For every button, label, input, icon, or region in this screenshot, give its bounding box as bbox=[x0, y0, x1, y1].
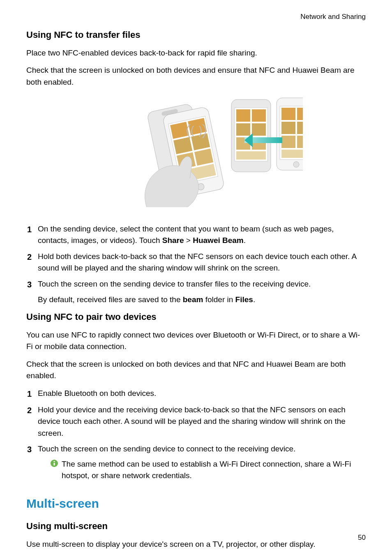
step-item: 1 On the sending device, select the cont… bbox=[26, 223, 366, 247]
page-number: 50 bbox=[358, 532, 366, 543]
svg-rect-20 bbox=[236, 151, 266, 160]
svg-rect-26 bbox=[297, 122, 303, 134]
info-note: The same method can be used to establish… bbox=[38, 458, 366, 482]
svg-rect-24 bbox=[297, 108, 303, 120]
step-item: 3 Touch the screen on the sending device… bbox=[26, 278, 366, 306]
svg-rect-28 bbox=[297, 136, 303, 148]
step-number: 2 bbox=[26, 404, 38, 439]
steps-list-transfer: 1 On the sending device, select the cont… bbox=[26, 223, 366, 306]
step-number: 3 bbox=[26, 443, 38, 482]
step-item: 1 Enable Bluetooth on both devices. bbox=[26, 388, 366, 400]
step-text: Hold both devices back-to-back so that t… bbox=[38, 251, 366, 274]
nfc-illustration bbox=[26, 96, 366, 211]
step-item: 3 Touch the screen on the sending device… bbox=[26, 443, 366, 482]
svg-rect-35 bbox=[53, 462, 55, 465]
step-item: 2 Hold your device and the receiving dev… bbox=[26, 404, 366, 439]
step-number: 1 bbox=[26, 388, 38, 400]
step-text: Touch the screen on the sending device t… bbox=[38, 278, 366, 290]
step-text: On the sending device, select the conten… bbox=[38, 223, 366, 247]
step-text: Hold your device and the receiving devic… bbox=[38, 404, 366, 439]
svg-rect-23 bbox=[281, 108, 295, 120]
heading-nfc-transfer: Using NFC to transfer files bbox=[26, 28, 366, 42]
step-number: 3 bbox=[26, 278, 38, 306]
svg-rect-14 bbox=[236, 109, 250, 122]
heading-multi-screen: Multi-screen bbox=[26, 494, 366, 513]
step-number: 2 bbox=[26, 251, 38, 274]
step-item: 2 Hold both devices back-to-back so that… bbox=[26, 251, 366, 274]
step-text: Enable Bluetooth on both devices. bbox=[38, 388, 366, 400]
paragraph: Use multi-screen to display your device'… bbox=[26, 539, 366, 550]
heading-using-multi-screen: Using multi-screen bbox=[26, 519, 366, 533]
svg-rect-29 bbox=[281, 150, 303, 158]
svg-rect-17 bbox=[252, 123, 266, 136]
paragraph: You can use NFC to rapidly connect two d… bbox=[26, 329, 366, 353]
step-text: By default, received files are saved to … bbox=[38, 294, 366, 306]
step-number: 1 bbox=[26, 223, 38, 247]
svg-point-34 bbox=[53, 460, 55, 462]
paragraph: Place two NFC-enabled devices back-to-ba… bbox=[26, 47, 366, 59]
steps-list-pair: 1 Enable Bluetooth on both devices. 2 Ho… bbox=[26, 388, 366, 482]
svg-rect-15 bbox=[252, 109, 266, 122]
paragraph: Check that the screen is unlocked on bot… bbox=[26, 358, 366, 382]
heading-nfc-pair: Using NFC to pair two devices bbox=[26, 310, 366, 324]
svg-rect-25 bbox=[281, 122, 295, 134]
info-icon bbox=[50, 459, 59, 468]
svg-point-30 bbox=[293, 162, 299, 167]
info-note-text: The same method can be used to establish… bbox=[62, 458, 366, 482]
header-section-label: Network and Sharing bbox=[26, 12, 366, 22]
svg-rect-16 bbox=[236, 123, 250, 136]
paragraph: Check that the screen is unlocked on bot… bbox=[26, 65, 366, 88]
step-text: Touch the screen on the sending device t… bbox=[38, 443, 366, 455]
svg-rect-27 bbox=[281, 136, 295, 148]
